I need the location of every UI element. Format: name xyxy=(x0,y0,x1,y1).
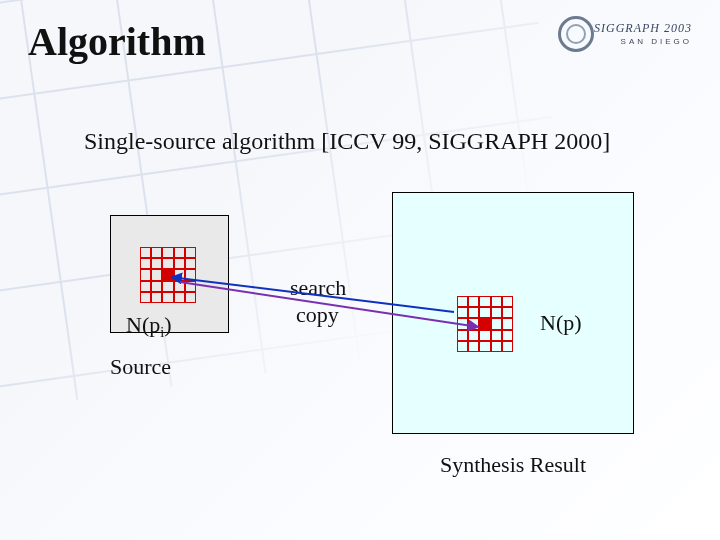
search-label: search xyxy=(290,275,346,301)
grid-cell xyxy=(162,281,173,292)
grid-cell xyxy=(185,269,196,280)
grid-cell xyxy=(151,269,162,280)
result-caption: Synthesis Result xyxy=(440,452,586,478)
grid-cell xyxy=(457,318,468,329)
copy-label: copy xyxy=(296,302,339,328)
grid-cell xyxy=(502,318,513,329)
grid-cell xyxy=(185,281,196,292)
logo-text-1: SIGGRAPH 2003 xyxy=(594,22,692,34)
grid-cell xyxy=(185,258,196,269)
grid-cell xyxy=(140,292,151,303)
grid-cell xyxy=(491,296,502,307)
grid-cell xyxy=(174,247,185,258)
grid-cell xyxy=(151,292,162,303)
siggraph-logo: SIGGRAPH 2003 SAN DIEGO xyxy=(562,14,692,62)
grid-cell xyxy=(468,318,479,329)
grid-cell xyxy=(457,307,468,318)
result-neighborhood-grid xyxy=(457,296,513,352)
subtitle: Single-source algorithm [ICCV 99, SIGGRA… xyxy=(84,128,610,155)
grid-cell xyxy=(457,296,468,307)
source-center-pixel xyxy=(163,270,173,280)
grid-cell xyxy=(162,258,173,269)
grid-cell xyxy=(162,292,173,303)
grid-cell xyxy=(479,330,490,341)
grid-cell xyxy=(502,341,513,352)
logo-text-2: SAN DIEGO xyxy=(621,38,692,46)
grid-cell xyxy=(468,307,479,318)
logo-ring-icon xyxy=(558,16,594,52)
grid-cell xyxy=(151,247,162,258)
grid-cell xyxy=(151,258,162,269)
grid-cell xyxy=(479,296,490,307)
grid-cell xyxy=(502,330,513,341)
grid-cell xyxy=(491,318,502,329)
grid-cell xyxy=(174,258,185,269)
grid-cell xyxy=(479,307,490,318)
grid-cell xyxy=(174,281,185,292)
grid-cell xyxy=(468,330,479,341)
grid-cell xyxy=(457,330,468,341)
grid-cell xyxy=(140,269,151,280)
grid-cell xyxy=(457,341,468,352)
grid-cell xyxy=(185,247,196,258)
source-neighborhood-grid xyxy=(140,247,196,303)
grid-cell xyxy=(468,341,479,352)
grid-cell xyxy=(491,307,502,318)
result-center-pixel xyxy=(480,319,490,329)
grid-cell xyxy=(502,296,513,307)
grid-cell xyxy=(140,247,151,258)
grid-cell xyxy=(491,341,502,352)
slide-title: Algorithm xyxy=(28,18,206,65)
grid-cell xyxy=(151,281,162,292)
grid-cell xyxy=(140,281,151,292)
npi-label: N(pi) xyxy=(126,312,172,341)
slide: Algorithm SIGGRAPH 2003 SAN DIEGO Single… xyxy=(0,0,720,540)
grid-cell xyxy=(502,307,513,318)
grid-cell xyxy=(174,292,185,303)
source-caption: Source xyxy=(110,354,171,380)
result-box xyxy=(392,192,634,434)
np-label: N(p) xyxy=(540,310,582,336)
grid-cell xyxy=(491,330,502,341)
grid-cell xyxy=(162,247,173,258)
grid-cell xyxy=(174,269,185,280)
grid-cell xyxy=(468,296,479,307)
grid-cell xyxy=(479,341,490,352)
grid-cell xyxy=(140,258,151,269)
grid-cell xyxy=(185,292,196,303)
